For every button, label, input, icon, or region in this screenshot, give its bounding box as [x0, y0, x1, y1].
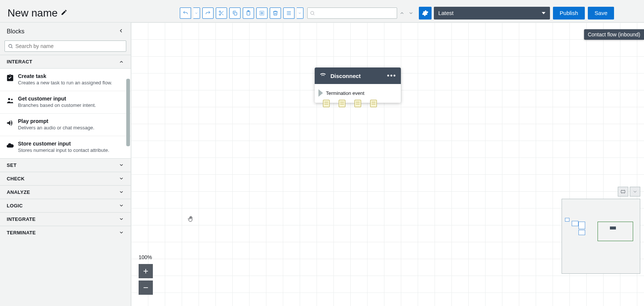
block-title: Get customer input: [18, 96, 125, 102]
chevron-down-icon: [119, 230, 124, 235]
category-label: CHECK: [7, 176, 25, 182]
settings-button[interactable]: [419, 7, 432, 20]
sidebar-search-input[interactable]: [15, 43, 123, 49]
flow-canvas[interactable]: Contact flow (inbound) Disconnect ••• Te…: [131, 22, 644, 306]
hand-cursor-icon: [187, 216, 194, 222]
canvas-search[interactable]: [307, 8, 397, 19]
flow-type-label: Contact flow (inbound): [584, 29, 644, 40]
zoom-in-button[interactable]: +: [139, 264, 153, 278]
category-check[interactable]: CHECK: [0, 172, 131, 185]
task-icon: [6, 74, 14, 82]
block-title: Store customer input: [18, 141, 125, 147]
cut-button[interactable]: [216, 8, 227, 19]
block-play-prompt[interactable]: Play prompt Delivers an audio or chat me…: [0, 114, 131, 136]
minimap[interactable]: [562, 199, 640, 274]
zoom-level: 100%: [139, 254, 153, 260]
category-set[interactable]: SET: [0, 158, 131, 172]
redo-button[interactable]: [202, 8, 214, 19]
search-next-button[interactable]: [407, 9, 415, 17]
svg-point-0: [219, 11, 221, 12]
search-prev-button[interactable]: [398, 9, 406, 17]
node-input-port[interactable]: [318, 89, 323, 97]
svg-point-8: [9, 44, 12, 47]
block-get-customer-input[interactable]: Get customer input Branches based on cus…: [0, 91, 131, 114]
node-title: Disconnect: [330, 73, 361, 79]
chevron-down-icon: [119, 216, 124, 222]
svg-point-9: [8, 98, 10, 100]
speaker-icon: [6, 119, 14, 127]
chevron-down-icon: [119, 162, 124, 168]
version-select[interactable]: Latest: [434, 7, 550, 20]
block-desc: Branches based on customer intent.: [18, 102, 125, 109]
cloud-icon: [6, 141, 14, 150]
fit-view-button[interactable]: [618, 187, 628, 196]
node-body-text: Termination event: [326, 90, 365, 96]
block-title: Play prompt: [18, 118, 125, 124]
category-label: INTEGRATE: [7, 216, 36, 222]
page-title: New name: [7, 7, 58, 19]
delete-button[interactable]: [270, 8, 281, 19]
undo-dropdown[interactable]: [193, 8, 200, 19]
svg-rect-2: [234, 12, 237, 15]
disconnect-icon: [319, 71, 327, 80]
category-label: ANALYZE: [7, 189, 30, 195]
svg-rect-6: [261, 12, 263, 14]
undo-button[interactable]: [180, 8, 191, 19]
category-label: TERMINATE: [7, 230, 36, 236]
arrange-dropdown[interactable]: [297, 8, 303, 19]
canvas-search-input[interactable]: [317, 10, 394, 16]
sidebar-title: Blocks: [7, 28, 24, 35]
block-desc: Delivers an audio or chat message.: [18, 125, 125, 131]
copy-button[interactable]: [229, 8, 241, 19]
svg-point-10: [11, 99, 12, 100]
save-button[interactable]: Save: [588, 7, 614, 20]
chevron-down-icon: [119, 176, 124, 181]
node-note-peg[interactable]: [339, 100, 345, 107]
node-disconnect[interactable]: Disconnect ••• Termination event: [315, 68, 401, 103]
category-label: INTERACT: [7, 59, 32, 64]
node-note-peg[interactable]: [370, 100, 377, 107]
collapse-sidebar-icon[interactable]: [118, 28, 124, 35]
svg-rect-5: [260, 11, 264, 15]
sidebar-search[interactable]: [4, 40, 126, 52]
block-create-task[interactable]: Create task Creates a new task to run an…: [0, 69, 131, 91]
svg-point-1: [219, 14, 221, 15]
category-interact[interactable]: INTERACT: [0, 55, 131, 68]
block-desc: Stores numerical input to contact attrib…: [18, 147, 125, 154]
category-analyze[interactable]: ANALYZE: [0, 185, 131, 199]
category-integrate[interactable]: INTEGRATE: [0, 212, 131, 226]
category-logic[interactable]: LOGIC: [0, 199, 131, 212]
block-store-customer-input[interactable]: Store customer input Stores numerical in…: [0, 136, 131, 158]
chevron-down-icon: [542, 12, 545, 14]
publish-button[interactable]: Publish: [553, 7, 585, 20]
minimap-dropdown[interactable]: [630, 187, 640, 196]
svg-point-7: [311, 11, 314, 14]
node-note-peg[interactable]: [323, 100, 330, 107]
chevron-down-icon: [119, 189, 124, 195]
version-select-label: Latest: [438, 10, 454, 16]
block-desc: Creates a new task to run an assigned fl…: [18, 80, 125, 86]
scrollbar-thumb[interactable]: [126, 79, 130, 146]
zoom-out-button[interactable]: −: [139, 280, 153, 295]
category-label: SET: [7, 162, 16, 168]
node-menu-icon[interactable]: •••: [387, 72, 396, 80]
paste-button[interactable]: [243, 8, 254, 19]
select-all-button[interactable]: [256, 8, 267, 19]
people-icon: [6, 96, 14, 105]
chevron-up-icon: [119, 59, 124, 64]
category-label: LOGIC: [7, 203, 23, 208]
blocks-sidebar: Blocks INTERACT Create task Creates a ne…: [0, 22, 131, 306]
block-title: Create task: [18, 73, 125, 79]
node-note-peg[interactable]: [354, 100, 361, 107]
arrange-button[interactable]: [283, 8, 294, 19]
edit-title-icon[interactable]: [61, 9, 67, 17]
svg-rect-11: [621, 190, 625, 193]
chevron-down-icon: [119, 203, 124, 208]
category-terminate[interactable]: TERMINATE: [0, 226, 131, 239]
